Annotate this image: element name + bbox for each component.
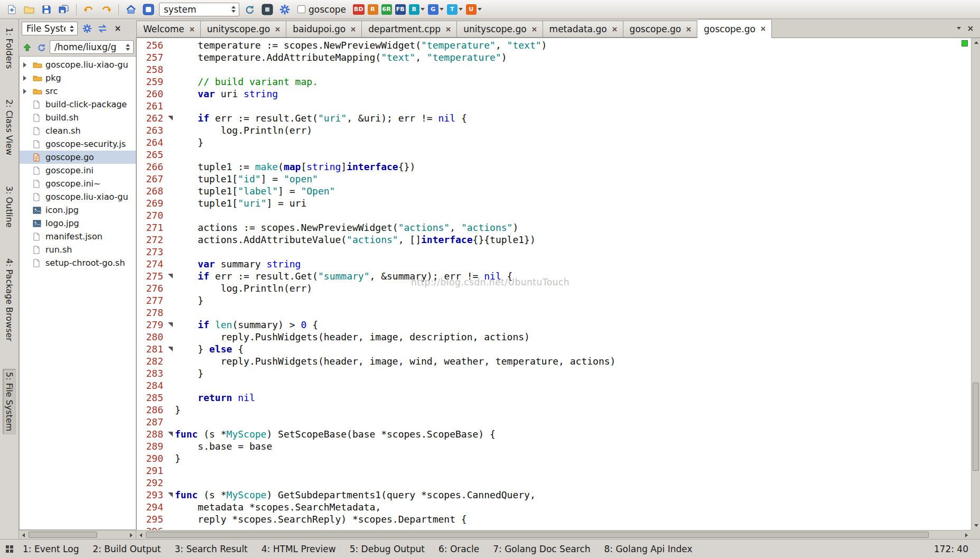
tree-item-src[interactable]: src [20, 85, 136, 98]
save-all-button[interactable] [57, 3, 71, 16]
status-pane-7[interactable]: 7: Golang Doc Search [486, 544, 597, 554]
panel-settings-button[interactable] [81, 23, 93, 34]
side-tab-1[interactable]: 1: Folders [3, 24, 16, 72]
quick-link-BD[interactable]: BD [353, 4, 365, 15]
scroll-right-icon[interactable] [962, 531, 971, 540]
quick-link-G[interactable]: G [428, 4, 444, 15]
line-number[interactable]: 256 [137, 39, 165, 51]
open-file-button[interactable] [22, 3, 36, 16]
line-number[interactable]: 259 [137, 76, 165, 88]
path-combo[interactable]: /home/liuxg/g [50, 40, 134, 54]
line-number[interactable]: 268 [137, 185, 165, 197]
status-pane-8[interactable]: 8: Golang Api Index [598, 544, 699, 554]
expander-icon[interactable] [23, 76, 30, 81]
combo-spinner-icon[interactable] [230, 6, 237, 13]
build-config-combo[interactable]: system [159, 3, 239, 16]
side-tab-5[interactable]: 5: File System [3, 369, 16, 434]
tab-close-icon[interactable] [445, 26, 451, 32]
tree-item-goscope.liu-xiao-gu[interactable]: goscope.liu-xiao-gu [20, 58, 136, 71]
line-number[interactable]: 266 [137, 161, 165, 173]
tree-item-goscope-security.js[interactable]: goscope-security.js [20, 137, 136, 151]
goscope-checkbox[interactable]: goscope [297, 4, 346, 15]
fold-marker-icon[interactable] [165, 270, 175, 282]
tab-unityscope.go[interactable]: unityscope.go [457, 21, 543, 38]
editor-vertical-scrollbar[interactable] [971, 38, 980, 530]
line-number[interactable]: 276 [137, 282, 165, 294]
tab-close-icon[interactable] [189, 26, 195, 32]
line-number[interactable]: 281 [137, 343, 165, 355]
line-number[interactable]: 257 [137, 51, 165, 63]
tab-close-icon[interactable] [531, 26, 537, 32]
tree-item-logo.jpg[interactable]: logo.jpg [20, 217, 136, 230]
line-number[interactable]: 280 [137, 331, 165, 343]
line-number[interactable]: 290 [137, 452, 165, 464]
fold-marker-icon[interactable] [165, 343, 175, 355]
line-number[interactable]: 283 [137, 367, 165, 379]
fold-marker-icon[interactable] [165, 112, 175, 124]
status-pane-6[interactable]: 6: Oracle [432, 544, 486, 554]
line-number[interactable]: 267 [137, 173, 165, 185]
panel-horizontal-scrollbar[interactable] [19, 530, 136, 539]
status-pane-1[interactable]: 1: Event Log [16, 544, 86, 554]
line-number[interactable]: 278 [137, 306, 165, 319]
output-panes-icon[interactable] [5, 545, 14, 553]
line-number[interactable]: 289 [137, 440, 165, 452]
expander-icon[interactable] [23, 89, 30, 94]
tab-close-icon[interactable] [760, 26, 766, 32]
scroll-left-icon[interactable] [19, 531, 28, 540]
scroll-thumb[interactable] [146, 532, 929, 538]
tree-item-manifest.json[interactable]: manifest.json [20, 230, 136, 243]
tree-item-setup-chroot-go.sh[interactable]: setup-chroot-go.sh [20, 256, 136, 269]
close-tab-button[interactable] [967, 23, 974, 34]
tree-item-goscope.ini~[interactable]: goscope.ini~ [20, 177, 136, 190]
tree-item-goscope.ini[interactable]: goscope.ini [20, 164, 136, 177]
quick-link-U[interactable]: U [466, 4, 482, 15]
combo-spinner-icon[interactable] [69, 25, 75, 32]
line-number[interactable]: 260 [137, 88, 165, 100]
tree-item-clean.sh[interactable]: clean.sh [20, 124, 136, 137]
tree-item-build.sh[interactable]: build.sh [20, 111, 136, 124]
line-number[interactable]: 262 [137, 112, 165, 124]
tree-item-build-click-package[interactable]: build-click-package [20, 98, 136, 111]
scroll-up-icon[interactable] [972, 38, 980, 47]
panel-sync-button[interactable] [97, 23, 108, 34]
home-button[interactable] [124, 3, 138, 16]
tab-department.cpp[interactable]: department.cpp [362, 21, 457, 38]
status-pane-5[interactable]: 5: Debug Output [343, 544, 432, 554]
tab-goscope.go[interactable]: goscope.go [623, 21, 698, 38]
line-number[interactable]: 263 [137, 124, 165, 136]
app-button[interactable] [142, 3, 155, 16]
new-file-button[interactable] [5, 3, 18, 16]
tree-item-run.sh[interactable]: run.sh [20, 243, 136, 256]
line-number[interactable]: 271 [137, 221, 165, 234]
panel-view-combo[interactable]: File Syste [22, 22, 78, 35]
expander-icon[interactable] [23, 62, 30, 68]
line-number[interactable]: 275 [137, 270, 165, 282]
line-number[interactable]: 272 [137, 234, 165, 246]
line-number[interactable]: 285 [137, 392, 165, 404]
tree-item-goscope.go[interactable]: goscope.go [20, 151, 136, 164]
line-number[interactable]: 258 [137, 63, 165, 76]
tab-metadata.go[interactable]: metadata.go [543, 21, 623, 38]
line-number[interactable]: 279 [137, 319, 165, 331]
tab-close-icon[interactable] [275, 26, 281, 32]
line-number[interactable]: 296 [137, 525, 165, 530]
scroll-thumb[interactable] [29, 532, 97, 538]
scroll-left-icon[interactable] [136, 531, 145, 540]
line-number[interactable]: 294 [137, 501, 165, 513]
line-number[interactable]: 295 [137, 513, 165, 525]
tab-Welcome[interactable]: Welcome [136, 21, 201, 38]
scroll-thumb[interactable] [973, 383, 979, 471]
checkbox-icon[interactable] [297, 5, 305, 13]
tree-item-pkg[interactable]: pkg [20, 71, 136, 85]
line-number[interactable]: 293 [137, 489, 165, 501]
tab-close-icon[interactable] [350, 26, 356, 32]
code-viewport[interactable]: 256 temperature := scopes.NewPreviewWidg… [136, 38, 971, 530]
line-number[interactable]: 273 [137, 246, 165, 258]
redo-button[interactable] [99, 3, 113, 16]
line-number[interactable]: 265 [137, 148, 165, 161]
scroll-down-icon[interactable] [972, 521, 980, 530]
panel-close-button[interactable] [112, 23, 124, 34]
line-number[interactable]: 282 [137, 355, 165, 367]
tree-item-goscope.liu-xiao-gu[interactable]: goscope.liu-xiao-gu [20, 190, 136, 203]
